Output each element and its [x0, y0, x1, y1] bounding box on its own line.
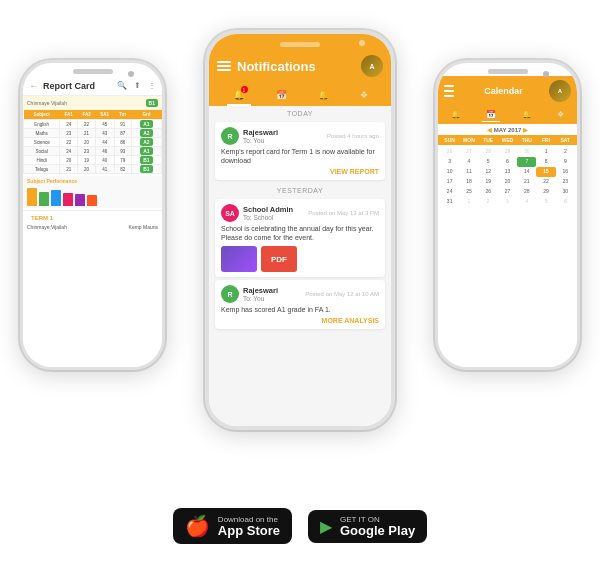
report-table: Subject FA1 FA2 SA1 Tot Grd English24224… [23, 110, 162, 174]
table-row: Social24234693A1 [24, 147, 162, 156]
calendar-cell[interactable]: 18 [459, 177, 478, 187]
calendar-day-label: SUN [440, 137, 459, 143]
table-cell: A1 [131, 147, 161, 156]
view-report-button[interactable]: VIEW REPORT [221, 168, 379, 175]
calendar-cell[interactable]: 5 [479, 157, 498, 167]
notif-info-r2: Rajeswari To: You [243, 286, 305, 302]
right-hamburger[interactable] [444, 85, 454, 97]
tab-calendar[interactable]: 📅 [270, 85, 293, 106]
avatar[interactable]: A [361, 55, 383, 77]
table-cell: 22 [78, 120, 96, 129]
calendar-cell[interactable]: 1 [536, 147, 555, 157]
calendar-cell[interactable]: 20 [498, 177, 517, 187]
calendar-cell[interactable]: 25 [459, 187, 478, 197]
calendar-cell[interactable]: 30 [556, 187, 575, 197]
calendar-cell[interactable]: 29 [536, 187, 555, 197]
notif-to-sa: To: School [243, 214, 308, 221]
table-cell: 79 [114, 156, 131, 165]
calendar-cell[interactable]: 5 [536, 197, 555, 207]
center-phone-title: Notifications [237, 59, 361, 74]
calendar-cell[interactable]: 3 [440, 157, 459, 167]
calendar-cell[interactable]: 7 [517, 157, 536, 167]
right-phone-header: Calendar A [438, 76, 577, 106]
calendar-cell[interactable]: 14 [517, 167, 536, 177]
calendar-cell[interactable]: 27 [498, 187, 517, 197]
calendar-cell[interactable]: 13 [498, 167, 517, 177]
calendar-cell[interactable]: 2 [556, 147, 575, 157]
calendar-cell[interactable]: 6 [556, 197, 575, 207]
google-play-button[interactable]: ▶ GET IT ON Google Play [308, 510, 427, 543]
table-cell: B1 [131, 165, 161, 174]
calendar-cell[interactable]: 31 [440, 197, 459, 207]
calendar-cell[interactable]: 15 [536, 167, 555, 177]
tab-bell[interactable]: 🔔 [312, 85, 335, 106]
calendar-cell[interactable]: 4 [459, 157, 478, 167]
google-play-big-text: Google Play [340, 524, 415, 537]
today-section-label: TODAY [209, 106, 391, 119]
table-cell: 45 [95, 120, 114, 129]
more-icon[interactable]: ⋮ [148, 81, 156, 90]
calendar-cell[interactable]: 11 [459, 167, 478, 177]
calendar-cell[interactable]: 21 [517, 177, 536, 187]
google-play-icon: ▶ [320, 517, 332, 536]
calendar-cell[interactable]: 26 [440, 147, 459, 157]
calendar-cell[interactable]: 16 [556, 167, 575, 177]
student-name: Chinmaye Vijailah [27, 100, 67, 106]
calendar-days-header: SUNMONTUEWEDTHUFRISAT [438, 135, 577, 145]
calendar-cell[interactable]: 1 [459, 197, 478, 207]
calendar-cell[interactable]: 2 [479, 197, 498, 207]
notif-name-sa: School Admin [243, 205, 308, 214]
phone-left: ← Report Card 🔍 ⬆ ⋮ Chinmaye Vijailah B1… [20, 60, 165, 370]
calendar-cell[interactable]: 4 [517, 197, 536, 207]
apple-store-button[interactable]: 🍎 Download on the App Store [173, 508, 292, 544]
table-cell: 82 [114, 165, 131, 174]
calendar-grid: 2627282930123456789101112131415161718192… [438, 145, 577, 209]
calendar-cell[interactable]: 6 [498, 157, 517, 167]
attachment-image [221, 246, 257, 272]
calendar-cell[interactable]: 27 [459, 147, 478, 157]
calendar-cell[interactable]: 26 [479, 187, 498, 197]
calendar-cell[interactable]: 30 [517, 147, 536, 157]
right-avatar[interactable]: A [549, 80, 571, 102]
right-tab-bell[interactable]: 🔔 [447, 108, 465, 122]
center-tabs: 🔔1 📅 🔔 ❖ [217, 81, 383, 106]
table-row: Telugu21204182B1 [24, 165, 162, 174]
tab-notifications[interactable]: 🔔1 [227, 85, 251, 106]
calendar-cell[interactable]: 28 [517, 187, 536, 197]
notif-info-sa: School Admin To: School [243, 205, 308, 221]
more-analysis-button[interactable]: MORE ANALYSIS [221, 317, 379, 324]
notification-card-school-admin: SA School Admin To: School Posted on May… [215, 199, 385, 277]
table-cell: 41 [95, 165, 114, 174]
notif-attachments: PDF [221, 246, 379, 272]
right-tab-connect[interactable]: ❖ [553, 108, 568, 122]
search-icon[interactable]: 🔍 [117, 81, 127, 90]
table-cell: 24 [60, 147, 78, 156]
calendar-cell[interactable]: 9 [556, 157, 575, 167]
right-tab-calendar[interactable]: 📅 [482, 108, 500, 122]
hamburger-menu[interactable] [217, 61, 231, 71]
notif-name-r2: Rajeswari [243, 286, 305, 295]
calendar-cell[interactable]: 23 [556, 177, 575, 187]
calendar-cell[interactable]: 24 [440, 187, 459, 197]
calendar-cell[interactable]: 19 [479, 177, 498, 187]
calendar-cell[interactable]: 28 [479, 147, 498, 157]
back-arrow-icon[interactable]: ← [29, 80, 39, 91]
calendar-cell[interactable]: 8 [536, 157, 555, 167]
calendar-cell[interactable]: 10 [440, 167, 459, 177]
table-cell: Maths [24, 129, 60, 138]
table-row: English24224591A1 [24, 120, 162, 129]
table-cell: 24 [60, 120, 78, 129]
table-row: Hindi20194079B1 [24, 156, 162, 165]
table-cell: 19 [78, 156, 96, 165]
calendar-cell[interactable]: 17 [440, 177, 459, 187]
tab-connect[interactable]: ❖ [354, 85, 374, 106]
calendar-cell[interactable]: 3 [498, 197, 517, 207]
calendar-day-label: SAT [556, 137, 575, 143]
share-icon[interactable]: ⬆ [134, 81, 141, 90]
right-tab-notif[interactable]: 🔔 [518, 108, 536, 122]
calendar-cell[interactable]: 22 [536, 177, 555, 187]
calendar-month: ◀ MAY 2017 ▶ [438, 124, 577, 135]
left-phone-header: ← Report Card 🔍 ⬆ ⋮ [23, 76, 162, 96]
calendar-cell[interactable]: 29 [498, 147, 517, 157]
calendar-cell[interactable]: 12 [479, 167, 498, 177]
